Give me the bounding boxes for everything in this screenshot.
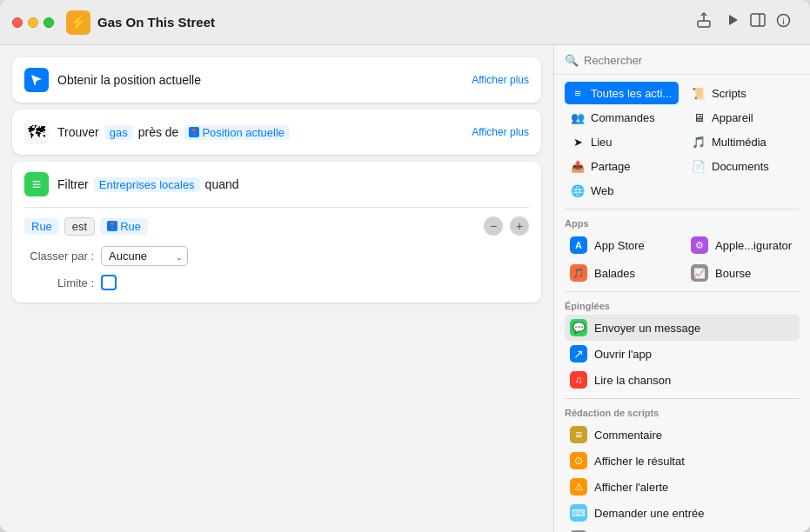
svg-marker-7 (31, 75, 42, 86)
appareil-icon: 🖥 (691, 110, 706, 125)
near-label: près de (138, 125, 179, 139)
documents-label: Documents (712, 160, 769, 173)
pinned-list: 💬 Envoyer un message ↗ Ouvrir l'app ♫ Li… (554, 313, 810, 395)
traffic-lights (12, 17, 54, 28)
bourse-label: Bourse (715, 267, 751, 280)
app-window: ⚡ Gas On This Street (0, 0, 810, 532)
value-token[interactable]: 📍 Rue (100, 218, 148, 235)
app-icon: ⚡ (66, 10, 90, 35)
gas-token[interactable]: gas (104, 125, 133, 140)
minimize-button[interactable] (28, 17, 38, 28)
category-scripts[interactable]: 📜 Scripts (686, 82, 800, 104)
location-token[interactable]: 📍 Position actuelle (184, 125, 290, 140)
search-bar: 🔍 (554, 45, 810, 75)
pinned-section-label: Épinglées (554, 296, 810, 313)
filter-controls: − + (484, 216, 529, 236)
scripts-section-label: Rédaction de scripts (554, 402, 810, 420)
when-label: quand (205, 177, 239, 191)
sort-select-wrapper: Aucune (101, 246, 188, 266)
commentaire-icon: ≡ (570, 426, 587, 443)
field-token[interactable]: Rue (24, 218, 59, 235)
ouvrir-app-icon: ↗ (570, 345, 587, 362)
operator-token[interactable]: est (64, 217, 95, 236)
action-card-find-gas: 🗺 Trouver gas près de 📍 Position actuell… (12, 110, 541, 155)
multimedia-icon: 🎵 (691, 134, 706, 150)
pinned-lire-chanson[interactable]: ♫ Lire la chanson (565, 367, 800, 393)
titlebar: ⚡ Gas On This Street (0, 0, 810, 45)
svg-rect-3 (751, 14, 765, 26)
window-title: Gas On This Street (97, 15, 696, 30)
export-button[interactable] (696, 12, 712, 32)
afficher-alerte-label: Afficher l'alerte (594, 481, 668, 494)
appareil-label: Appareil (712, 111, 753, 124)
script-compter[interactable]: Σ Compter (565, 526, 800, 532)
action-card-get-location: Obtenir la position actuelle Afficher pl… (12, 57, 541, 103)
limit-checkbox[interactable] (101, 275, 117, 290)
svg-marker-2 (729, 15, 738, 25)
category-documents[interactable]: 📄 Documents (686, 155, 800, 177)
app-apple-configurator[interactable]: ⚙ Apple...igurator (686, 232, 800, 258)
script-commentaire[interactable]: ≡ Commentaire (565, 422, 800, 448)
pinned-envoyer-message[interactable]: 💬 Envoyer un message (565, 315, 800, 341)
all-icon: ≡ (570, 85, 586, 101)
lieu-icon: ➤ (570, 134, 586, 150)
maximize-button[interactable] (44, 17, 54, 28)
afficher-plus-1[interactable]: Afficher plus (472, 74, 529, 86)
businesses-token[interactable]: Entreprises locales (94, 177, 200, 192)
filter-icon: ≡ (24, 172, 49, 196)
svg-text:i: i (782, 16, 785, 26)
panel-button[interactable] (750, 12, 766, 32)
search-input[interactable] (584, 54, 800, 67)
category-multimedia[interactable]: 🎵 Multimédia (686, 130, 800, 153)
scripts-list: ≡ Commentaire ⊙ Afficher le résultat ⚠ A… (554, 420, 810, 532)
commentaire-label: Commentaire (594, 429, 662, 442)
category-appareil[interactable]: 🖥 Appareil (686, 106, 800, 129)
multimedia-label: Multimédia (712, 136, 766, 149)
value-token-icon: 📍 (107, 221, 117, 231)
documents-icon: 📄 (691, 158, 706, 174)
remove-condition-button[interactable]: − (484, 216, 503, 236)
find-gas-icon: 🗺 (24, 120, 49, 144)
ouvrir-app-label: Ouvrir l'app (594, 348, 652, 361)
scripts-label: Scripts (712, 87, 746, 100)
script-afficher-resultat[interactable]: ⊙ Afficher le résultat (565, 448, 800, 474)
categories-section: ≡ Toutes les acti... 📜 Scripts 👥 Command… (554, 75, 810, 205)
add-condition-button[interactable]: + (510, 216, 529, 236)
script-afficher-alerte[interactable]: ⚠ Afficher l'alerte (565, 474, 800, 500)
action-card-filter: ≡ Filtrer Entreprises locales quand Rue … (12, 162, 541, 303)
app-balades[interactable]: 🎵 Balades (565, 260, 679, 286)
sort-select[interactable]: Aucune (101, 246, 188, 266)
limit-label: Limite : (24, 276, 94, 289)
find-gas-content: Trouver gas près de 📍 Position actuelle (57, 125, 463, 140)
right-panel: 🔍 ≡ Toutes les acti... 📜 Scripts (553, 45, 810, 532)
close-button[interactable] (12, 17, 23, 28)
app-store-label: App Store (594, 239, 645, 252)
script-demander-entree[interactable]: ⌨ Demander une entrée (565, 500, 800, 526)
panel-icons: i (750, 12, 798, 32)
afficher-plus-2[interactable]: Afficher plus (472, 126, 529, 138)
demander-entree-icon: ⌨ (570, 504, 587, 522)
app-app-store[interactable]: A App Store (565, 232, 679, 258)
apps-divider (565, 209, 800, 209)
get-location-title: Obtenir la position actuelle (57, 73, 463, 87)
lieu-label: Lieu (591, 136, 613, 149)
find-label: Trouver (57, 125, 99, 139)
category-lieu[interactable]: ➤ Lieu (565, 130, 679, 153)
filter-condition-row: Rue est 📍 Rue − + (24, 216, 529, 236)
app-store-icon: A (570, 236, 587, 254)
category-web[interactable]: 🌐 Web (565, 179, 679, 202)
sort-row: Classer par : Aucune (24, 246, 529, 266)
category-partage[interactable]: 📤 Partage (565, 155, 679, 177)
action-header-find-gas: 🗺 Trouver gas près de 📍 Position actuell… (12, 110, 541, 155)
location-token-icon: 📍 (189, 127, 199, 137)
pinned-ouvrir-app[interactable]: ↗ Ouvrir l'app (565, 341, 800, 367)
svg-rect-0 (698, 21, 710, 27)
limit-row: Limite : (24, 275, 529, 290)
category-all[interactable]: ≡ Toutes les acti... (565, 82, 679, 104)
filter-body: Rue est 📍 Rue − + (12, 208, 541, 303)
play-button[interactable] (726, 13, 740, 31)
category-commandes[interactable]: 👥 Commandes (565, 106, 679, 129)
search-icon: 🔍 (565, 54, 579, 67)
info-button[interactable]: i (776, 12, 791, 32)
app-bourse[interactable]: 📈 Bourse (686, 260, 800, 286)
